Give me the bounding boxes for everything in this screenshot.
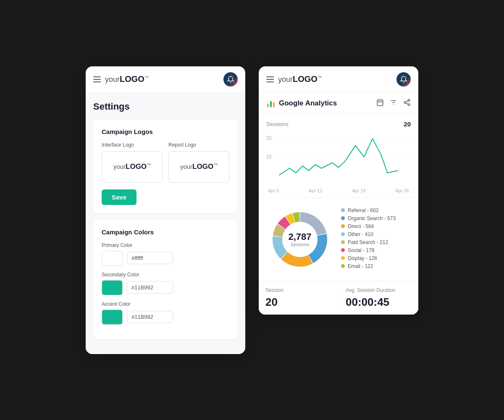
line-chart-svg: 20 10 <box>266 132 411 186</box>
analytics-bar-icon <box>266 99 276 108</box>
svg-line-15 <box>406 103 408 104</box>
report-logo-preview: yourLOGO™ <box>168 151 229 183</box>
legend-item: Referral - 602 <box>341 207 411 213</box>
settings-panel: yourLOGO™ Settings Campaign Logos Interf… <box>86 66 245 354</box>
secondary-color-label: Secondary Color <box>102 272 229 278</box>
secondary-color-swatch[interactable] <box>102 280 123 295</box>
legend-label: Paid Search - 212 <box>348 239 388 245</box>
legend-dot <box>341 224 345 228</box>
accent-color-row: Accent Color <box>102 301 229 325</box>
legend-dot <box>341 264 345 268</box>
legend-label: Organic Search - 573 <box>348 215 396 221</box>
svg-text:10: 10 <box>266 154 271 159</box>
legend-item: Display - 126 <box>341 255 411 261</box>
primary-color-row: Primary Color <box>102 242 229 266</box>
legend-item: Email - 122 <box>341 263 411 269</box>
legend-item: Other - 410 <box>341 231 411 237</box>
share-icon[interactable] <box>403 99 411 108</box>
chart-xaxis: Apr 5 Apr 12 Apr 19 Apr 26 <box>266 188 411 193</box>
interface-logo-display: yourLOGO™ <box>113 163 151 171</box>
analytics-notification-avatar[interactable] <box>396 72 411 87</box>
campaign-colors-card: Campaign Colors Primary Color Secondary … <box>93 220 238 339</box>
accent-color-inputs <box>102 310 229 325</box>
legend-label: Social - 178 <box>348 247 374 253</box>
legend-dot <box>341 248 345 252</box>
primary-color-hex[interactable] <box>127 252 173 264</box>
filter-icon[interactable] <box>390 99 397 108</box>
calendar-icon[interactable] <box>376 99 384 108</box>
svg-rect-5 <box>377 100 383 106</box>
legend-label: Direct - 564 <box>348 223 374 229</box>
avg-stat-label: Avg. Session Duration <box>346 287 412 293</box>
avg-stat-card: Avg. Session Duration 00:00:45 <box>339 281 418 315</box>
campaign-logos-card: Campaign Logos Interface Logo yourLOGO™ … <box>93 120 238 213</box>
svg-line-16 <box>406 100 408 102</box>
legend-item: Social - 178 <box>341 247 411 253</box>
svg-point-12 <box>408 99 410 101</box>
secondary-color-hex[interactable] <box>127 281 173 294</box>
xaxis-label-3: Apr 19 <box>352 188 365 193</box>
xaxis-label-4: Apr 26 <box>396 188 409 193</box>
xaxis-label-1: Apr 5 <box>268 188 279 193</box>
svg-rect-2 <box>267 104 269 107</box>
legend-label: Other - 410 <box>348 231 373 237</box>
donut-total: 2,787 <box>288 231 311 242</box>
legend-label: Email - 122 <box>348 263 373 269</box>
analytics-body: Sessions 20 20 10 Ap <box>259 114 418 315</box>
report-logo-display: yourLOGO™ <box>180 163 218 171</box>
analytics-title: Google Analytics <box>279 99 337 108</box>
report-logo-label: Report Logo <box>168 142 229 148</box>
svg-point-0 <box>231 76 234 79</box>
legend-item: Direct - 564 <box>341 223 411 229</box>
interface-logo-col: Interface Logo yourLOGO™ <box>102 142 163 183</box>
sessions-label: Sessions <box>266 121 289 127</box>
accent-color-hex[interactable] <box>127 311 173 323</box>
legend-dot <box>341 232 345 236</box>
session-stat-value: 20 <box>265 296 331 309</box>
primary-color-swatch[interactable] <box>102 251 123 266</box>
stats-row: Session 20 Avg. Session Duration 00:00:4… <box>259 281 418 315</box>
xaxis-label-2: Apr 12 <box>309 188 322 193</box>
chart-header: Sessions 20 <box>266 121 411 128</box>
hamburger-icon[interactable] <box>93 76 101 82</box>
analytics-subheader: Google Analytics <box>259 93 418 114</box>
settings-body: Settings Campaign Logos Interface Logo y… <box>86 93 245 354</box>
legend-item: Organic Search - 573 <box>341 215 411 221</box>
analytics-actions <box>376 99 411 108</box>
settings-header: yourLOGO™ <box>86 66 245 93</box>
svg-point-14 <box>408 104 410 106</box>
sessions-value: 20 <box>404 121 411 128</box>
header-left: yourLOGO™ <box>93 74 149 84</box>
svg-point-1 <box>404 76 407 79</box>
header-logo: yourLOGO™ <box>105 74 149 84</box>
analytics-title-row: Google Analytics <box>266 99 337 108</box>
report-logo-col: Report Logo yourLOGO™ <box>168 142 229 183</box>
analytics-hamburger-icon[interactable] <box>266 76 274 82</box>
svg-text:20: 20 <box>266 136 271 141</box>
secondary-color-row: Secondary Color <box>102 272 229 295</box>
logo-section: Interface Logo yourLOGO™ Report Logo you… <box>102 142 229 183</box>
interface-logo-preview: yourLOGO™ <box>102 151 163 183</box>
line-chart: 20 10 <box>266 132 411 186</box>
analytics-panel: yourLOGO™ Google Analytics <box>259 66 418 315</box>
screens-container: yourLOGO™ Settings Campaign Logos Interf… <box>69 50 435 371</box>
save-button[interactable]: Save <box>102 189 136 205</box>
analytics-top-header: yourLOGO™ <box>259 66 418 93</box>
donut-center: 2,787 Sessions <box>288 231 311 247</box>
campaign-colors-title: Campaign Colors <box>102 228 229 236</box>
legend-label: Referral - 602 <box>348 207 378 213</box>
accent-color-swatch[interactable] <box>102 310 123 325</box>
svg-rect-3 <box>270 101 272 107</box>
primary-color-label: Primary Color <box>102 242 229 248</box>
svg-rect-4 <box>273 102 275 107</box>
legend-label: Display - 126 <box>348 255 377 261</box>
analytics-header-logo: yourLOGO™ <box>278 74 322 84</box>
session-stat-card: Session 20 <box>259 281 338 315</box>
interface-logo-label: Interface Logo <box>102 142 163 148</box>
notification-avatar[interactable] <box>223 72 238 87</box>
donut-sublabel: Sessions <box>288 242 311 247</box>
donut-legend: Referral - 602Organic Search - 573Direct… <box>341 207 411 271</box>
legend-dot <box>341 256 345 260</box>
legend-dot <box>341 208 345 212</box>
svg-point-13 <box>404 101 406 103</box>
